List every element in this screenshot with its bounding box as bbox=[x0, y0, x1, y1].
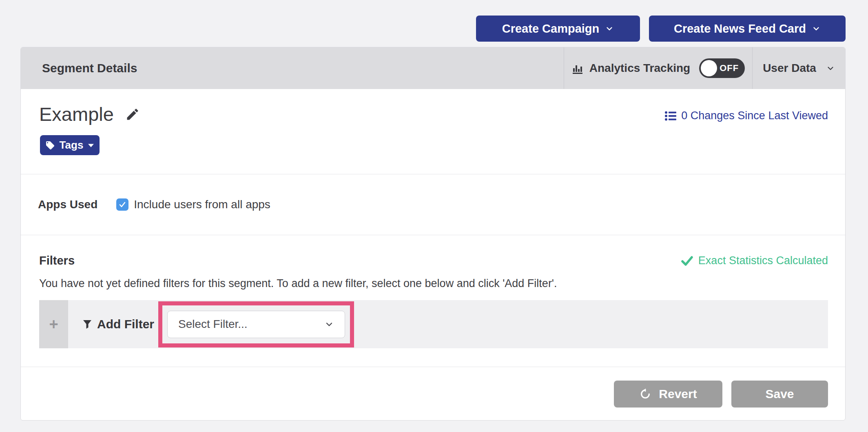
analytics-tracking-control[interactable]: Analytics Tracking OFF bbox=[564, 47, 752, 89]
save-button[interactable]: Save bbox=[731, 381, 828, 408]
revert-icon bbox=[639, 388, 651, 400]
filters-section: Filters Exact Statistics Calculated You … bbox=[21, 235, 845, 367]
card-header: Segment Details Analytics Tracking OFF U… bbox=[21, 47, 845, 89]
tags-button[interactable]: Tags bbox=[40, 135, 100, 155]
chevron-down-icon bbox=[812, 24, 821, 33]
chevron-down-icon bbox=[605, 24, 614, 33]
tags-button-label: Tags bbox=[60, 139, 84, 151]
select-filter-highlight: Select Filter... bbox=[158, 301, 354, 347]
toggle-knob bbox=[701, 60, 717, 76]
add-filter-plus-button[interactable]: + bbox=[39, 300, 68, 348]
create-news-feed-label: Create News Feed Card bbox=[674, 22, 806, 36]
card-footer: Revert Save bbox=[21, 367, 845, 421]
create-campaign-button[interactable]: Create Campaign bbox=[476, 16, 640, 42]
change-list-icon bbox=[664, 111, 677, 121]
apps-used-section: Apps Used Include users from all apps bbox=[21, 174, 845, 235]
caret-down-icon bbox=[88, 143, 94, 148]
include-all-apps-label: Include users from all apps bbox=[134, 198, 270, 211]
toggle-state-label: OFF bbox=[720, 63, 739, 73]
chevron-down-icon bbox=[324, 319, 334, 329]
pencil-icon bbox=[125, 107, 140, 122]
segment-details-card: Segment Details Analytics Tracking OFF U… bbox=[20, 47, 846, 421]
revert-button[interactable]: Revert bbox=[614, 381, 722, 408]
plus-icon: + bbox=[49, 316, 58, 333]
analytics-tracking-label: Analytics Tracking bbox=[589, 62, 690, 75]
tag-icon bbox=[45, 140, 55, 150]
save-button-label: Save bbox=[765, 387, 794, 401]
analytics-tracking-toggle[interactable]: OFF bbox=[699, 58, 745, 78]
check-icon bbox=[118, 200, 126, 209]
add-filter-label: Add Filter bbox=[97, 317, 154, 331]
changes-link-label: 0 Changes Since Last Viewed bbox=[681, 109, 828, 122]
edit-name-button[interactable] bbox=[125, 107, 140, 122]
top-action-bar: Create Campaign Create News Feed Card bbox=[0, 0, 868, 42]
segment-name: Example bbox=[39, 103, 114, 125]
chevron-down-icon bbox=[826, 64, 835, 73]
exact-statistics-status: Exact Statistics Calculated bbox=[681, 254, 828, 267]
changes-since-last-viewed-link[interactable]: 0 Changes Since Last Viewed bbox=[664, 109, 828, 122]
select-filter-dropdown[interactable]: Select Filter... bbox=[167, 311, 345, 338]
check-icon bbox=[681, 256, 693, 266]
bar-chart-icon bbox=[571, 62, 584, 74]
segment-title-section: Example 0 Changes Since Last Viewed bbox=[21, 89, 845, 174]
filters-heading: Filters bbox=[39, 254, 75, 267]
exact-statistics-label: Exact Statistics Calculated bbox=[698, 254, 828, 267]
include-all-apps-checkbox[interactable] bbox=[116, 198, 128, 211]
create-campaign-label: Create Campaign bbox=[502, 22, 600, 36]
filters-description: You have not yet defined filters for thi… bbox=[39, 277, 828, 290]
select-filter-placeholder: Select Filter... bbox=[178, 318, 248, 331]
add-filter-control[interactable]: Add Filter bbox=[82, 317, 154, 331]
user-data-dropdown[interactable]: User Data bbox=[752, 47, 845, 89]
apps-used-label: Apps Used bbox=[38, 198, 97, 211]
user-data-label: User Data bbox=[763, 62, 816, 75]
funnel-icon bbox=[82, 319, 92, 329]
create-news-feed-card-button[interactable]: Create News Feed Card bbox=[649, 16, 846, 42]
add-filter-row: + Add Filter Select Filter... bbox=[39, 300, 828, 348]
revert-button-label: Revert bbox=[659, 387, 697, 401]
page-title: Segment Details bbox=[21, 47, 564, 89]
